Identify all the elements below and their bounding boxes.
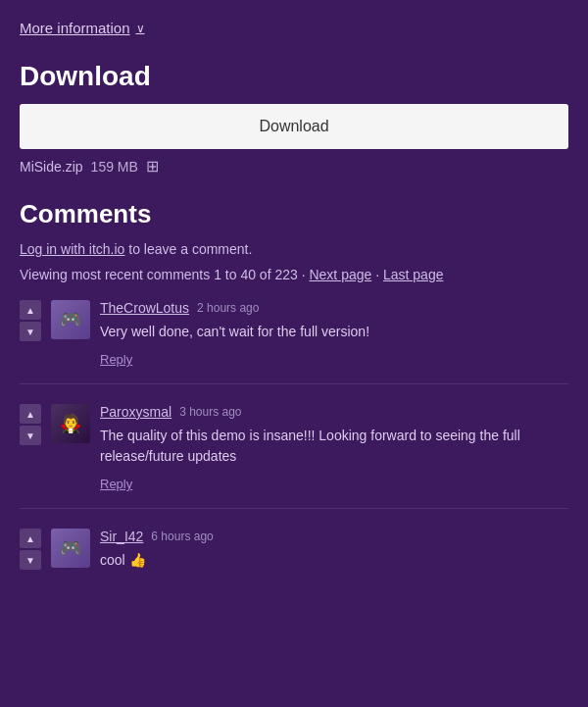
last-page-link[interactable]: Last page <box>383 267 444 282</box>
comment-header: Paroxysmal 3 hours ago <box>100 404 568 420</box>
more-info-section: More information ∨ <box>20 20 568 37</box>
comment-text: cool 👍 <box>100 550 568 571</box>
file-info: MiSide.zip 159 MB ⊞ <box>20 157 568 176</box>
comment-item: ▲ ▼ 🧛 Paroxysmal 3 hours ago The quality… <box>20 404 568 509</box>
comment-text: The quality of this demo is insane!!! Lo… <box>100 426 568 467</box>
file-name: MiSide.zip <box>20 159 83 175</box>
login-prompt: Log in with itch.io to leave a comment. <box>20 241 568 257</box>
upvote-button[interactable]: ▲ <box>20 300 41 320</box>
avatar: 🎮 <box>51 300 90 339</box>
vote-controls: ▲ ▼ <box>20 300 41 368</box>
downvote-button[interactable]: ▼ <box>20 322 41 341</box>
comments-section: Comments Log in with itch.io to leave a … <box>20 199 568 579</box>
downvote-button[interactable]: ▼ <box>20 550 41 570</box>
comment-body: Paroxysmal 3 hours ago The quality of th… <box>100 404 568 492</box>
commenter-name[interactable]: Paroxysmal <box>100 404 172 420</box>
next-page-link[interactable]: Next page <box>309 267 371 282</box>
comment-body: TheCrowLotus 2 hours ago Very well done,… <box>100 300 568 368</box>
login-link[interactable]: Log in with itch.io <box>20 241 124 257</box>
comment-header: TheCrowLotus 2 hours ago <box>100 300 568 316</box>
file-size: 159 MB <box>91 159 138 175</box>
comment-header: Sir_I42 6 hours ago <box>100 529 568 544</box>
viewing-info: Viewing most recent comments 1 to 40 of … <box>20 267 568 282</box>
comment-item: ▲ ▼ 🎮 Sir_I42 6 hours ago cool 👍 <box>20 529 568 579</box>
download-section: Download Download MiSide.zip 159 MB ⊞ <box>20 61 568 176</box>
comment-time: 6 hours ago <box>151 530 213 543</box>
download-heading: Download <box>20 61 568 92</box>
more-info-label: More information <box>20 20 130 36</box>
commenter-name[interactable]: Sir_I42 <box>100 529 143 544</box>
comment-item: ▲ ▼ 🎮 TheCrowLotus 2 hours ago Very well… <box>20 300 568 384</box>
viewing-info-prefix: Viewing most recent comments 1 to 40 of … <box>20 267 309 282</box>
windows-icon: ⊞ <box>146 157 159 176</box>
comment-text: Very well done, can't wait for the full … <box>100 322 568 342</box>
upvote-button[interactable]: ▲ <box>20 529 41 548</box>
comments-heading: Comments <box>20 199 568 229</box>
reply-link[interactable]: Reply <box>100 477 132 491</box>
vote-controls: ▲ ▼ <box>20 529 41 579</box>
reply-link[interactable]: Reply <box>100 352 132 367</box>
avatar: 🧛 <box>51 404 90 443</box>
downvote-button[interactable]: ▼ <box>20 426 41 445</box>
comment-time: 3 hours ago <box>179 405 241 419</box>
avatar: 🎮 <box>51 529 90 568</box>
commenter-name[interactable]: TheCrowLotus <box>100 300 189 316</box>
comment-time: 2 hours ago <box>197 301 259 315</box>
login-suffix: to leave a comment. <box>124 241 252 257</box>
download-button[interactable]: Download <box>20 104 568 149</box>
chevron-down-icon: ∨ <box>136 22 145 35</box>
separator: · <box>371 267 383 282</box>
upvote-button[interactable]: ▲ <box>20 404 41 424</box>
more-info-link[interactable]: More information ∨ <box>20 20 145 36</box>
vote-controls: ▲ ▼ <box>20 404 41 492</box>
comment-body: Sir_I42 6 hours ago cool 👍 <box>100 529 568 579</box>
